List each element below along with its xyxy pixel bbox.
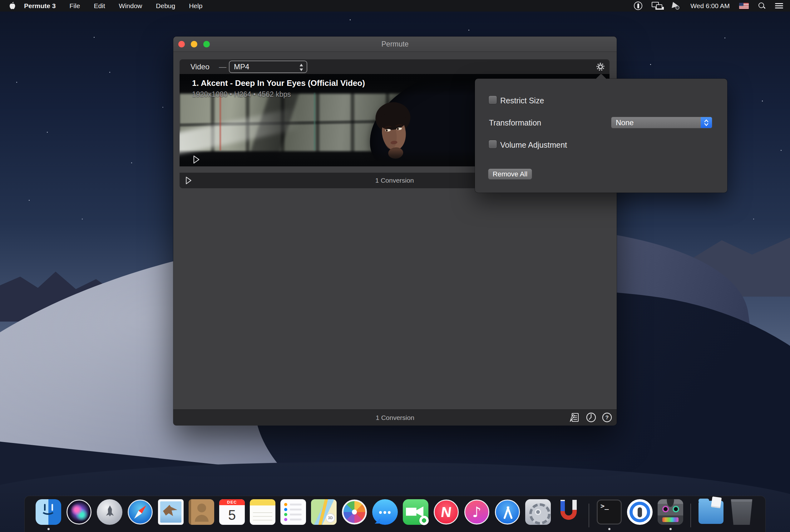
dock-news-icon[interactable] (433, 499, 459, 525)
volume-adjustment-label: Volume Adjustment (500, 140, 567, 150)
input-source-flag-icon[interactable] (739, 3, 749, 9)
notification-center-icon[interactable] (775, 3, 783, 9)
window-status-bar: 1 Conversion (173, 409, 617, 425)
system-preferences-glyph (525, 499, 551, 525)
remove-all-button[interactable]: Remove All (488, 169, 532, 179)
dock-calendar-icon[interactable]: DEC5 (219, 499, 245, 525)
onepassword-menu-icon[interactable] (634, 2, 642, 10)
transformation-label: Transformation (489, 118, 541, 127)
dock-app-store-icon[interactable] (494, 499, 521, 525)
window-title: Permute (173, 37, 617, 52)
dock-reminders-icon[interactable] (280, 499, 306, 525)
title-bar[interactable]: Permute (173, 37, 617, 52)
dock-photos-icon[interactable] (341, 499, 368, 525)
group-separator: — (219, 62, 226, 71)
finder-glyph (36, 499, 61, 525)
calendar-day-badge: 5 (219, 505, 245, 525)
history-button[interactable] (586, 412, 597, 423)
transformation-popup-button[interactable]: None (611, 117, 712, 128)
dock-downie-icon[interactable] (556, 499, 582, 525)
restrict-size-label: Restrict Size (500, 96, 544, 105)
news-glyph (434, 499, 459, 525)
svg-text:?: ? (605, 415, 608, 420)
menu-items: FileEditWindowDebugHelp (56, 2, 203, 10)
trash-glyph (729, 499, 754, 525)
thumbnail-fringe-green (314, 93, 315, 151)
group-label: Video (190, 62, 209, 71)
music-glyph (464, 499, 489, 525)
dock-contacts-icon[interactable] (188, 499, 214, 525)
dock-launchpad-icon[interactable] (96, 499, 123, 525)
dock-maps-icon[interactable] (311, 499, 337, 525)
transformation-value: None (616, 118, 634, 127)
downie-glyph (556, 499, 581, 525)
dock-system-preferences-icon[interactable] (525, 499, 551, 525)
play-outline-icon (193, 155, 200, 164)
presets-icon (569, 412, 581, 423)
status-conversion-count: 1 Conversion (173, 410, 617, 425)
format-value: MP4 (234, 62, 249, 71)
downloads-glyph (698, 501, 723, 524)
launchpad-glyph (97, 499, 123, 525)
menu-item-window[interactable]: Window (119, 2, 143, 10)
messages-glyph (372, 499, 398, 525)
dock-permute-icon[interactable] (657, 499, 683, 525)
history-clock-icon (586, 412, 597, 423)
stepper-arrows-icon (299, 63, 303, 72)
item-play-button[interactable] (193, 155, 200, 164)
calendar-glyph: DEC5 (219, 499, 245, 525)
app-store-glyph (495, 499, 520, 525)
spotlight-search-icon[interactable] (758, 2, 766, 10)
dock: DEC5 (24, 496, 766, 532)
dock-music-icon[interactable] (464, 499, 490, 525)
permute-glyph (658, 499, 683, 525)
siri-glyph (67, 499, 92, 525)
displays-icon[interactable] (652, 2, 662, 10)
menu-item-file[interactable]: File (70, 2, 80, 10)
video-title: 1. Akcent - Deep In Your Eyes (Official … (192, 78, 365, 88)
onepassword-glyph (627, 499, 653, 525)
calendar-month-badge: DEC (219, 499, 245, 505)
dock-trash-icon[interactable] (729, 499, 755, 525)
apple-icon[interactable] (9, 2, 16, 10)
dock-notes-icon[interactable] (249, 499, 276, 525)
video-meta: 1920x1080 • H264 • 4562 kbps (192, 90, 291, 99)
popup-chevrons-icon (701, 117, 712, 128)
restrict-size-checkbox[interactable] (488, 96, 497, 104)
contacts-glyph (189, 499, 214, 525)
dock-finder-icon[interactable] (35, 499, 61, 525)
dock-siri-icon[interactable] (66, 499, 92, 525)
dock-onepassword-icon[interactable] (627, 499, 653, 525)
thumbnail-fringe-red (220, 93, 221, 151)
mail-glyph (158, 499, 184, 525)
dock-messages-icon[interactable] (372, 499, 398, 525)
help-icon: ? (602, 412, 612, 423)
help-button[interactable]: ? (602, 412, 612, 423)
gear-settings-button[interactable] (596, 62, 605, 72)
dock-downloads-icon[interactable] (698, 499, 724, 525)
dock-terminal-icon[interactable] (596, 499, 622, 525)
dock-separator (588, 504, 589, 527)
format-popup-button[interactable]: MP4 (229, 61, 307, 73)
photos-glyph (342, 499, 367, 525)
pointer-icon[interactable] (672, 2, 681, 10)
settings-popover: Restrict Size Transformation None Volume… (475, 79, 727, 193)
dock-mail-icon[interactable] (158, 499, 184, 525)
terminal-glyph (597, 499, 622, 525)
presets-button[interactable] (569, 412, 581, 423)
facetime-glyph (403, 499, 428, 525)
dock-safari-icon[interactable] (127, 499, 153, 525)
dock-facetime-icon[interactable] (402, 499, 429, 525)
menu-item-edit[interactable]: Edit (94, 2, 105, 10)
menu-bar-clock[interactable]: Wed 6:00 AM (690, 2, 730, 10)
reminders-glyph (280, 499, 306, 525)
safari-glyph (128, 499, 153, 525)
volume-adjustment-checkbox[interactable] (488, 140, 497, 149)
menu-item-help[interactable]: Help (189, 2, 202, 10)
app-menu-title[interactable]: Permute 3 (24, 2, 56, 10)
menu-bar: Permute 3 FileEditWindowDebugHelp Wed 6:… (0, 0, 790, 12)
notes-glyph (250, 499, 276, 525)
group-toolbar: Video — MP4 (180, 59, 609, 74)
maps-glyph (311, 499, 337, 525)
menu-item-debug[interactable]: Debug (156, 2, 175, 10)
